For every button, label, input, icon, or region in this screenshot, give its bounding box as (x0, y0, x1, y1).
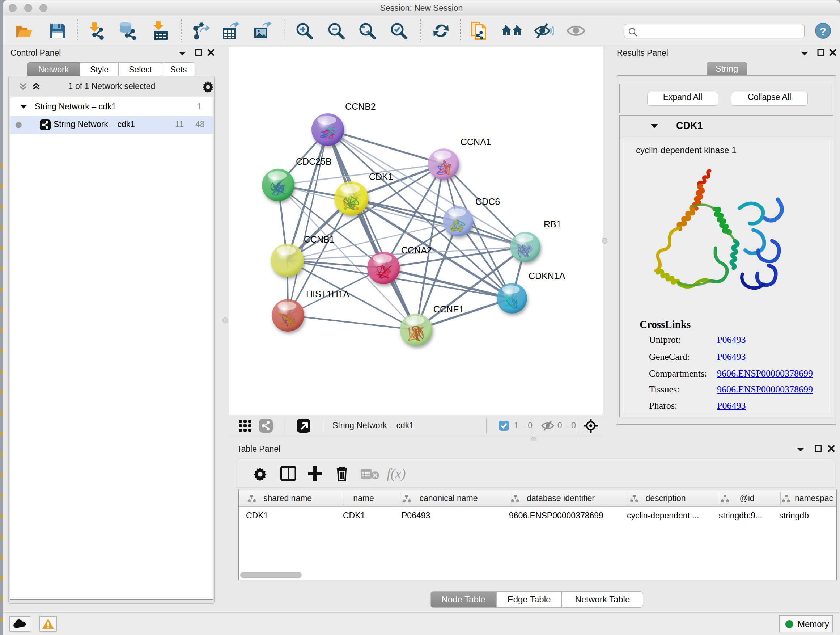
control-panel-float-icon[interactable] (195, 49, 202, 56)
svg-text:CCNE1: CCNE1 (433, 304, 464, 314)
import-network-database-icon[interactable] (118, 22, 138, 40)
table-cell[interactable]: cyclin-dependent ... (627, 511, 699, 521)
table-panel-close-icon[interactable] (828, 445, 835, 452)
show-column-panel-icon[interactable] (280, 466, 296, 481)
tab-network[interactable]: Network (27, 62, 80, 77)
import-table-file-icon[interactable] (151, 21, 169, 40)
collapse-all-button[interactable]: Collapse All (731, 92, 808, 106)
search-field[interactable] (624, 24, 805, 38)
show-eye-icon[interactable] (566, 24, 586, 38)
cdk1-section-header[interactable]: CDK1 (620, 116, 833, 136)
control-panel-close-icon[interactable] (207, 49, 215, 56)
tab-style[interactable]: Style (80, 62, 118, 77)
search-input[interactable] (640, 25, 799, 37)
section-disclosure-icon[interactable] (650, 123, 659, 129)
crosslink-link[interactable]: P06493 (717, 352, 745, 363)
export-network-icon[interactable] (191, 22, 210, 40)
warning-button[interactable] (39, 616, 57, 632)
right-splitter-handle[interactable] (602, 238, 608, 244)
zoom-out-icon[interactable] (327, 22, 345, 40)
tab-network-table[interactable]: Network Table (562, 591, 643, 608)
export-table-icon[interactable] (221, 22, 241, 40)
network-row[interactable]: String Network – cdk1 11 48 (10, 116, 213, 134)
zoom-in-icon[interactable] (295, 22, 313, 40)
desktop-dot (0, 226, 3, 229)
hide-selected-eye-icon[interactable] (534, 23, 554, 39)
tab-node-table[interactable]: Node Table (431, 591, 496, 608)
open-session-icon[interactable] (15, 23, 33, 39)
tab-select[interactable]: Select (118, 62, 162, 77)
export-image-icon[interactable] (253, 22, 272, 40)
network-node-CCNB1: CCNB1 (271, 234, 335, 277)
collection-disclosure-icon[interactable] (19, 104, 27, 109)
table-cell[interactable]: CDK1 (343, 511, 365, 521)
table-options-gear-icon[interactable] (253, 466, 267, 481)
table-cell[interactable]: stringdb:9... (719, 511, 762, 521)
desktop-dot (0, 515, 3, 518)
grid-view-icon[interactable] (239, 420, 252, 432)
cdk1-details: cyclin-dependent kinase 1 (622, 139, 830, 414)
add-column-icon[interactable] (307, 466, 323, 481)
zoom-selected-icon[interactable] (390, 22, 407, 40)
column-separator[interactable] (780, 492, 781, 505)
refresh-icon[interactable] (432, 22, 450, 40)
birds-eye-view-icon[interactable] (584, 418, 598, 433)
results-panel-float-icon[interactable] (817, 49, 824, 56)
delete-table-icon[interactable] (361, 469, 379, 480)
column-header--id[interactable]: @id (739, 494, 754, 503)
copy-network-icon[interactable] (470, 21, 489, 41)
crosslink-link[interactable]: 9606.ENSP00000378699 (717, 368, 813, 379)
table-cell[interactable]: CDK1 (246, 511, 268, 521)
network-canvas[interactable]: CCNB2CCNA1CDC25BCDK1CDC6RB1CCNB1CCNA2CDK… (229, 47, 603, 415)
import-network-file-icon[interactable] (87, 22, 106, 40)
table-cell[interactable]: 9606.ENSP00000378699 (509, 511, 603, 521)
results-panel-menu-icon[interactable] (800, 50, 809, 56)
crosslink-link[interactable]: P06493 (717, 401, 745, 411)
help-button[interactable]: ? (815, 23, 831, 39)
hidden-eye-icon[interactable] (541, 421, 554, 431)
svg-text:HIST1H1A: HIST1H1A (306, 289, 349, 299)
cloud-button[interactable] (9, 616, 30, 632)
zoom-fit-icon[interactable] (358, 22, 376, 40)
column-header-description[interactable]: description (645, 494, 685, 503)
network-graph[interactable]: CCNB2CCNA1CDC25BCDK1CDC6RB1CCNB1CCNA2CDK… (229, 47, 603, 415)
tab-string[interactable]: String (706, 62, 747, 76)
left-splitter-handle[interactable] (223, 318, 228, 323)
save-session-icon[interactable] (50, 23, 65, 39)
delete-column-trash-icon[interactable] (335, 466, 349, 481)
crosslink-link[interactable]: 9606.ENSP00000378699 (717, 384, 813, 395)
column-separator[interactable] (628, 492, 628, 505)
open-in-window-icon[interactable] (297, 419, 310, 432)
expand-all-button[interactable]: Expand All (647, 92, 718, 106)
table-cell[interactable]: stringdb (779, 511, 809, 521)
tab-edge-table[interactable]: Edge Table (496, 591, 562, 608)
table-panel-menu-icon[interactable] (796, 447, 805, 452)
control-panel-menu-icon[interactable] (178, 50, 187, 56)
crosslink-link[interactable]: P06493 (717, 334, 745, 345)
network-collection-row[interactable]: String Network – cdk1 1 (10, 98, 213, 116)
selected-checkbox-icon[interactable] (499, 421, 509, 431)
network-options-gear-icon[interactable] (202, 80, 214, 93)
home-layout-icon[interactable] (501, 23, 523, 39)
memory-button[interactable]: Memory (779, 615, 833, 632)
column-separator[interactable] (720, 492, 720, 505)
network-share-icon[interactable] (259, 419, 273, 432)
memory-status-dot (785, 620, 793, 628)
column-header-shared-name[interactable]: shared name (264, 494, 312, 503)
column-header-canonical-name[interactable]: canonical name (419, 494, 477, 503)
table-cell[interactable]: P06493 (401, 511, 430, 521)
column-separator[interactable] (344, 492, 344, 505)
toolbar-separator (420, 19, 421, 42)
column-header-database-identifier[interactable]: database identifier (527, 494, 595, 503)
column-separator[interactable] (510, 492, 510, 505)
function-builder-icon[interactable]: f(x) (387, 466, 406, 481)
crosslink-row: GeneCard: P06493 (649, 352, 837, 363)
table-panel-float-icon[interactable] (815, 445, 822, 452)
column-header-namespac[interactable]: namespac (795, 494, 833, 503)
results-panel-close-icon[interactable] (829, 49, 836, 56)
warning-icon (42, 618, 54, 629)
tab-sets[interactable]: Sets (162, 62, 195, 77)
column-header-name[interactable]: name (353, 494, 374, 503)
column-separator[interactable] (401, 492, 402, 505)
table-horizontal-scrollbar[interactable] (240, 572, 302, 578)
